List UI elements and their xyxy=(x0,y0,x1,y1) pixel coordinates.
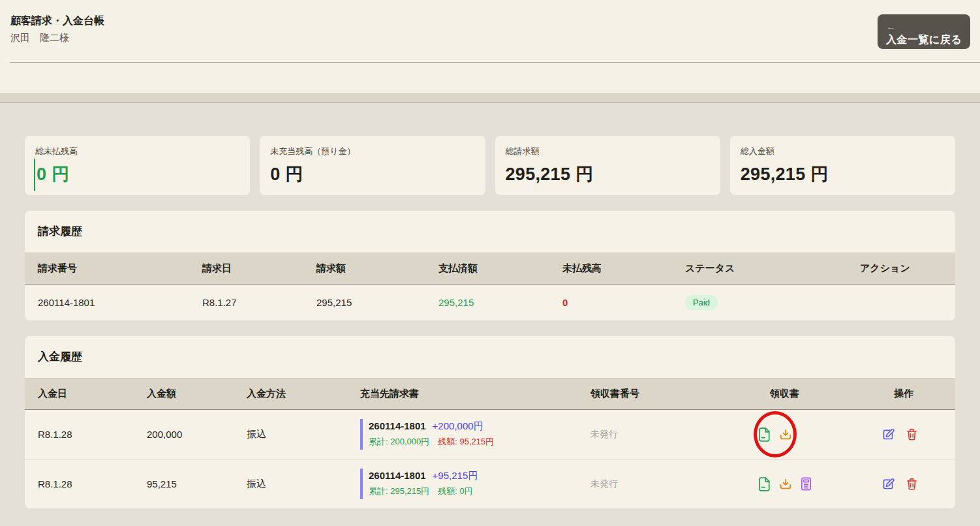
back-arrow-icon: ← xyxy=(886,22,970,31)
action-cell xyxy=(847,285,955,321)
col-action: アクション xyxy=(847,253,955,285)
receipt-icons-cell xyxy=(757,410,881,459)
allocation-detail: 260114-1801+95,215円 累計: 295,215円残額: 0円 xyxy=(360,469,577,499)
operation-cell xyxy=(881,410,955,459)
calculator-icon[interactable] xyxy=(801,477,812,491)
allocation-remaining: 残額: 0円 xyxy=(438,486,472,496)
payment-header-row: 入金日 入金額 入金方法 充当先請求書 領収書番号 領収書 操作 xyxy=(25,379,955,410)
allocation-invoice-no: 260114-1801 xyxy=(369,470,426,481)
payment-method: 振込 xyxy=(234,459,347,509)
payment-history-title: 入金履歴 xyxy=(25,336,955,378)
card-value: 295,215 円 xyxy=(506,162,710,186)
delete-icon[interactable] xyxy=(906,428,917,441)
payment-row: R8.1.28 200,000 振込 260114-1801+200,000円 … xyxy=(25,410,955,459)
col-unpaid-balance: 未払残高 xyxy=(549,253,672,285)
billing-row: 260114-1801 R8.1.27 295,215 295,215 0 Pa… xyxy=(25,285,955,321)
card-total-unpaid-balance: 総未払残高 0 円 xyxy=(25,136,250,195)
allocation-cell: 260114-1801+200,000円 累計: 200,000円残額: 95,… xyxy=(347,410,577,459)
card-label: 未充当残高（預り金） xyxy=(270,146,474,157)
receipt-icons-cell xyxy=(757,459,881,509)
allocation-cell: 260114-1801+95,215円 累計: 295,215円残額: 0円 xyxy=(347,459,577,509)
invoice-amount: 295,215 xyxy=(303,285,425,321)
billing-header-row: 請求番号 請求日 請求額 支払済額 未払残高 ステータス アクション xyxy=(25,253,955,285)
card-total-paid: 総入金額 295,215 円 xyxy=(730,136,955,195)
card-label: 総入金額 xyxy=(741,146,945,157)
summary-cards: 総未払残高 0 円 未充当残高（預り金） 0 円 総請求額 295,215 円 … xyxy=(25,136,955,195)
page-header: 顧客請求・入金台帳 沢田 隆二様 ← 入金一覧に戻る xyxy=(0,0,980,93)
edit-icon[interactable] xyxy=(882,478,895,490)
allocation-invoice-no: 260114-1801 xyxy=(369,420,426,431)
billing-history-panel: 請求履歴 請求番号 請求日 請求額 支払済額 未払残高 ステータス アクション … xyxy=(25,211,955,320)
allocation-detail: 260114-1801+200,000円 累計: 200,000円残額: 95,… xyxy=(360,419,577,450)
card-label: 総請求額 xyxy=(506,146,710,157)
unpaid-balance: 0 xyxy=(549,285,672,321)
delete-icon[interactable] xyxy=(906,478,917,490)
customer-name: 沢田 隆二様 xyxy=(10,32,69,44)
back-to-payment-list-button[interactable]: ← 入金一覧に戻る xyxy=(878,14,970,49)
allocation-remaining: 残額: 95,215円 xyxy=(438,437,494,446)
receipt-document-icon[interactable] xyxy=(759,427,771,442)
card-value: 295,215 円 xyxy=(741,162,945,186)
receipt-number: 未発行 xyxy=(577,410,757,459)
card-total-billed: 総請求額 295,215 円 xyxy=(495,136,720,195)
header-band xyxy=(0,93,980,102)
edit-icon[interactable] xyxy=(882,428,895,441)
col-allocated-invoice: 充当先請求書 xyxy=(347,379,577,410)
card-label: 総未払残高 xyxy=(35,146,239,157)
card-value: 0 円 xyxy=(270,162,474,186)
receipt-document-icon[interactable] xyxy=(759,477,771,491)
col-invoice-no: 請求番号 xyxy=(25,253,189,285)
col-receipt: 領収書 xyxy=(757,379,881,410)
status-badge: Paid xyxy=(685,295,718,310)
billing-history-title: 請求履歴 xyxy=(25,211,955,253)
allocation-cumulative: 累計: 295,215円 xyxy=(369,486,429,496)
allocation-applied-amount: +95,215円 xyxy=(433,470,478,481)
payment-history-panel: 入金履歴 入金日 入金額 入金方法 充当先請求書 領収書番号 領収書 操作 R8… xyxy=(25,336,955,508)
col-status: ステータス xyxy=(672,253,847,285)
payment-row: R8.1.28 95,215 振込 260114-1801+95,215円 累計… xyxy=(25,459,955,509)
card-value: 0 円 xyxy=(34,162,69,186)
status-cell: Paid xyxy=(672,285,847,321)
allocation-cumulative: 累計: 200,000円 xyxy=(369,437,429,446)
col-invoice-date: 請求日 xyxy=(189,253,303,285)
col-receipt-no: 領収書番号 xyxy=(577,379,757,410)
col-payment-date: 入金日 xyxy=(25,379,134,410)
col-payment-amount: 入金額 xyxy=(134,379,234,410)
main-content: 総未払残高 0 円 未充当残高（預り金） 0 円 総請求額 295,215 円 … xyxy=(0,102,980,508)
download-icon[interactable] xyxy=(779,478,792,491)
invoice-no: 260114-1801 xyxy=(25,285,189,321)
col-operation: 操作 xyxy=(881,379,955,410)
billing-history-table: 請求番号 請求日 請求額 支払済額 未払残高 ステータス アクション 26011… xyxy=(25,253,955,320)
payment-history-table: 入金日 入金額 入金方法 充当先請求書 領収書番号 領収書 操作 R8.1.28… xyxy=(25,378,955,508)
allocation-applied-amount: +200,000円 xyxy=(433,420,483,431)
payment-date: R8.1.28 xyxy=(25,459,134,509)
invoice-date: R8.1.27 xyxy=(189,285,303,321)
col-paid-amount: 支払済額 xyxy=(425,253,549,285)
back-button-label: 入金一覧に戻る xyxy=(886,33,970,47)
col-payment-method: 入金方法 xyxy=(234,379,347,410)
col-invoice-amount: 請求額 xyxy=(303,253,425,285)
payment-method: 振込 xyxy=(234,410,347,459)
download-icon[interactable] xyxy=(779,428,792,441)
payment-amount: 200,000 xyxy=(134,410,234,459)
payment-amount: 95,215 xyxy=(134,459,234,509)
page-title: 顧客請求・入金台帳 xyxy=(10,14,104,28)
receipt-number: 未発行 xyxy=(577,459,757,509)
paid-amount: 295,215 xyxy=(425,285,549,321)
card-unallocated-balance: 未充当残高（預り金） 0 円 xyxy=(260,136,485,195)
payment-date: R8.1.28 xyxy=(25,410,134,459)
header-divider xyxy=(10,62,980,63)
operation-cell xyxy=(881,459,955,509)
